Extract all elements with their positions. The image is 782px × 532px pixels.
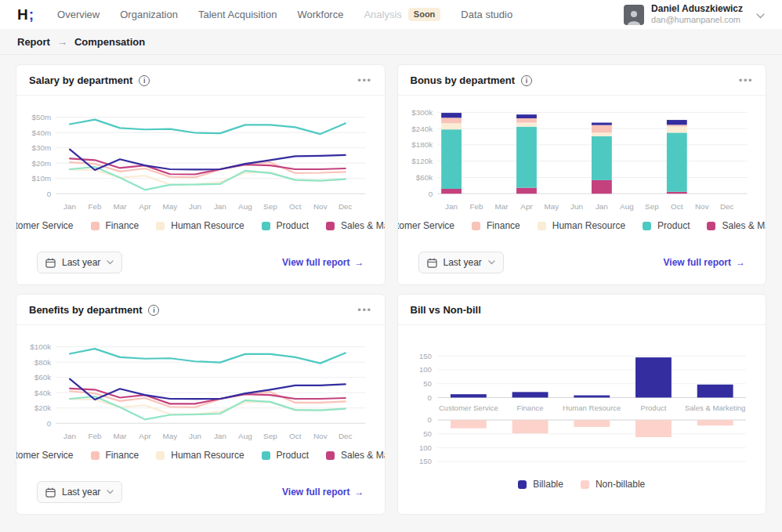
card-salary-header: Salary by department i ••• xyxy=(16,65,385,96)
arrow-right-icon: → xyxy=(355,487,364,498)
legend-swatch xyxy=(643,222,651,230)
svg-text:May: May xyxy=(163,432,178,440)
svg-text:Nov: Nov xyxy=(694,202,708,211)
top-nav: H; Overview Organization Talent Acquisit… xyxy=(0,0,782,29)
salary-chart: $50m$40m$30m$20m$10m0JanFebMarAprMayJunJ… xyxy=(26,100,371,219)
legend-item: Human Resource xyxy=(156,220,244,231)
svg-text:Jan: Jan xyxy=(214,432,226,440)
svg-text:100: 100 xyxy=(418,443,431,452)
more-menu-icon[interactable]: ••• xyxy=(739,75,753,85)
nav-organization[interactable]: Organization xyxy=(120,9,178,20)
card-bonus-body: $300k$240k$180k$120k$60k0JanFebMarAprMay… xyxy=(398,96,766,284)
svg-text:Jun: Jun xyxy=(189,202,201,211)
svg-text:150: 150 xyxy=(418,457,431,465)
legend-item: Finance xyxy=(91,220,139,231)
salary-legend: Customer Service Finance Human Resource … xyxy=(26,220,375,231)
chevron-down-icon xyxy=(107,260,114,265)
arrow-right-icon: → xyxy=(355,257,364,268)
svg-text:Mar: Mar xyxy=(113,432,127,440)
svg-text:150: 150 xyxy=(418,352,431,360)
view-full-report-link[interactable]: View full report → xyxy=(282,257,364,268)
svg-text:0: 0 xyxy=(427,393,431,402)
svg-text:Jun: Jun xyxy=(570,202,582,211)
svg-text:Feb: Feb xyxy=(89,432,103,440)
info-icon[interactable]: i xyxy=(148,305,159,316)
legend-item: Customer Service xyxy=(16,220,74,231)
svg-text:Sales & Marketing: Sales & Marketing xyxy=(684,404,744,412)
more-menu-icon[interactable]: ••• xyxy=(357,75,371,85)
logo[interactable]: H; xyxy=(17,6,34,24)
chevron-down-icon[interactable] xyxy=(756,8,765,22)
svg-text:Apr: Apr xyxy=(139,202,151,211)
svg-text:0: 0 xyxy=(47,419,52,428)
legend-swatch xyxy=(156,451,165,460)
svg-text:$10m: $10m xyxy=(31,174,51,183)
breadcrumb: Report → Compensation xyxy=(0,29,782,55)
nav-talent-acquisition[interactable]: Talent Acquisition xyxy=(198,9,277,20)
svg-text:$120k: $120k xyxy=(411,157,433,165)
card-bill-vs-nonbill: Bill vs Non-bill 050100150050100150Custo… xyxy=(397,294,767,515)
svg-text:Mar: Mar xyxy=(494,202,509,211)
info-icon[interactable]: i xyxy=(521,75,532,86)
legend-item: Product xyxy=(262,220,309,231)
arrow-right-icon: → xyxy=(736,257,745,268)
legend-item: Finance xyxy=(472,220,520,231)
legend-swatch xyxy=(707,222,715,230)
legend-item: Billable xyxy=(518,479,563,490)
svg-text:$20m: $20m xyxy=(31,159,51,168)
bonus-legend: Customer Service Finance Human Resource … xyxy=(407,220,757,231)
date-range-dropdown[interactable]: Last year xyxy=(37,252,122,273)
svg-text:0: 0 xyxy=(47,190,52,198)
card-salary-footer: Last year View full report → xyxy=(26,245,375,284)
date-range-dropdown[interactable]: Last year xyxy=(37,481,122,503)
legend-item: Human Resource xyxy=(538,220,625,231)
legend-item: Non-billable xyxy=(581,479,645,490)
svg-text:$50m: $50m xyxy=(31,113,51,121)
legend-item: Customer Service xyxy=(397,220,455,231)
date-range-dropdown[interactable]: Last year xyxy=(418,252,504,273)
svg-text:0: 0 xyxy=(428,190,433,198)
svg-text:Sep: Sep xyxy=(263,432,277,440)
view-full-report-link[interactable]: View full report → xyxy=(664,257,745,268)
svg-text:Jan: Jan xyxy=(595,202,607,211)
legend-swatch xyxy=(581,480,589,489)
svg-text:May: May xyxy=(544,202,559,211)
calendar-icon xyxy=(45,487,56,498)
user-menu[interactable]: Daniel Aduszkiewicz dan@humanpanel.com xyxy=(624,4,765,24)
calendar-icon xyxy=(427,258,437,268)
nav-data-studio[interactable]: Data studio xyxy=(461,9,512,20)
legend-item: Sales & Marketing xyxy=(326,220,386,231)
info-icon[interactable]: i xyxy=(139,75,150,86)
bill-legend: Billable Non-billable xyxy=(407,479,757,490)
svg-text:Aug: Aug xyxy=(620,202,634,211)
legend-swatch xyxy=(538,222,546,230)
avatar[interactable] xyxy=(624,5,644,25)
nav-analysis-label: Analysis xyxy=(364,9,401,20)
nav-workforce[interactable]: Workforce xyxy=(297,9,343,20)
svg-text:Feb: Feb xyxy=(469,202,483,211)
user-email: dan@humanpanel.com xyxy=(651,15,743,25)
svg-text:50: 50 xyxy=(423,379,432,388)
person-icon xyxy=(625,8,643,25)
view-full-report-link[interactable]: View full report → xyxy=(282,487,364,498)
svg-text:Dec: Dec xyxy=(719,202,733,211)
svg-text:Finance: Finance xyxy=(516,404,543,412)
svg-text:Apr: Apr xyxy=(139,432,151,440)
chevron-down-icon xyxy=(488,260,495,265)
card-salary-body: $50m$40m$30m$20m$10m0JanFebMarAprMayJunJ… xyxy=(16,96,385,284)
more-menu-icon[interactable]: ••• xyxy=(357,305,371,315)
user-name: Daniel Aduszkiewicz xyxy=(651,4,743,15)
card-bonus-title: Bonus by department xyxy=(411,74,516,86)
svg-text:$60k: $60k xyxy=(415,173,433,182)
legend-swatch xyxy=(518,480,527,489)
svg-text:Nov: Nov xyxy=(313,202,328,211)
nav-analysis: Analysis Soon xyxy=(364,8,440,21)
card-salary-title: Salary by department xyxy=(29,74,132,86)
card-bill-header: Bill vs Non-bill xyxy=(398,295,766,325)
nav-overview[interactable]: Overview xyxy=(57,9,100,20)
soon-badge: Soon xyxy=(408,8,441,21)
svg-text:Jan: Jan xyxy=(214,202,226,211)
breadcrumb-report[interactable]: Report xyxy=(17,36,50,48)
svg-text:$100k: $100k xyxy=(30,342,51,351)
legend-item: Sales & Marketing xyxy=(326,450,386,461)
